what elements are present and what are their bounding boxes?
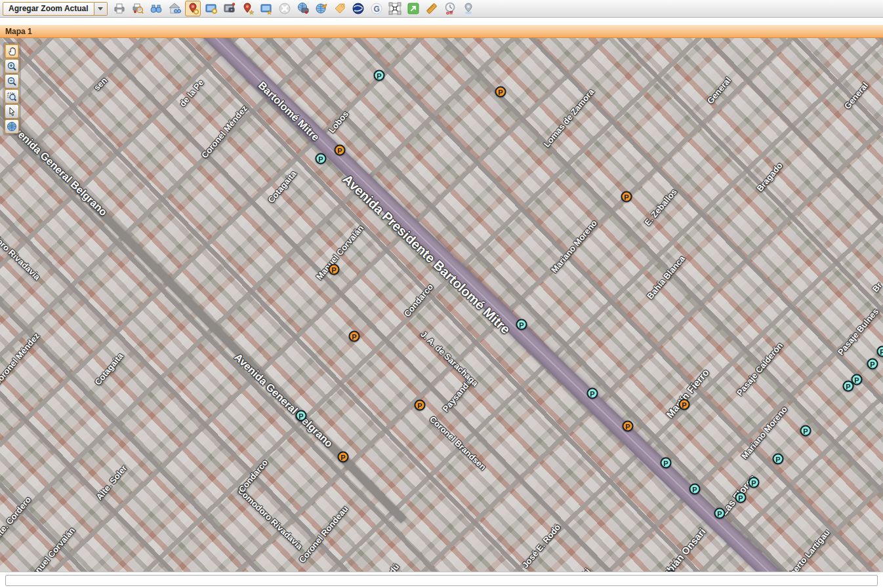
print-preview-button[interactable] <box>130 1 146 16</box>
street-label: Bahía Blanca <box>645 254 687 301</box>
full-extent-tool-button[interactable] <box>5 119 19 134</box>
parking-marker-teal[interactable]: P <box>587 388 598 399</box>
street-label: o Ascasubi <box>556 566 592 572</box>
street-label: Fabián Onsari <box>657 526 707 572</box>
world-icon <box>7 121 17 132</box>
street-label: Alte. Cordero <box>0 495 33 543</box>
globe-export-button[interactable] <box>314 1 329 16</box>
zoom-in-icon <box>7 61 17 71</box>
measure-ruler-button[interactable] <box>424 1 440 16</box>
parking-marker-teal[interactable]: P <box>843 381 854 392</box>
tag-icon <box>333 2 346 15</box>
zoom-preset-dropdown[interactable]: Agregar Zoom Actual <box>3 2 108 16</box>
parking-marker-orange[interactable]: P <box>621 191 632 203</box>
parking-marker-orange[interactable]: P <box>623 421 634 432</box>
street-label: José E. Rodó <box>520 522 562 570</box>
parking-marker-orange[interactable]: P <box>415 400 426 411</box>
map-canvas[interactable]: Bartolomé MitreAvenida Presidente Bartol… <box>0 38 883 572</box>
external-link-icon <box>407 2 420 15</box>
parking-marker-teal[interactable]: P <box>296 410 307 421</box>
parking-marker-orange[interactable]: P <box>679 399 690 410</box>
parking-marker-teal[interactable]: P <box>773 454 784 465</box>
street-label: Martín Fierro <box>664 366 711 420</box>
parking-marker-orange[interactable]: P <box>338 452 349 463</box>
toolbar-buttons: ★★Goff <box>112 1 479 16</box>
parking-marker-orange[interactable]: P <box>329 264 340 275</box>
print-globe-disabled-button[interactable] <box>295 1 311 16</box>
pin-gray-icon <box>462 2 475 15</box>
search-binoculars-button[interactable] <box>148 1 164 16</box>
parking-marker-teal[interactable]: P <box>714 508 726 519</box>
avenue-mitre-road <box>195 38 867 572</box>
street-label: sen <box>92 75 109 92</box>
hand-icon <box>7 46 17 56</box>
view-star-button[interactable]: ★ <box>258 1 274 16</box>
globe-export-icon <box>315 2 328 15</box>
street-label: Manuel Corvalán <box>314 223 365 281</box>
pan-tool-button[interactable] <box>5 44 19 58</box>
zoom-out-tool-button[interactable] <box>5 74 19 88</box>
view-star-icon: ★ <box>260 2 273 15</box>
parking-marker-teal[interactable]: P <box>877 346 883 357</box>
parking-marker-teal[interactable]: P <box>374 70 385 81</box>
timer-off-button[interactable]: off <box>442 1 458 16</box>
zoom-rect-icon <box>7 91 17 102</box>
select-tool-button[interactable] <box>5 104 19 119</box>
placemark-star-icon: ★ <box>241 2 255 15</box>
add-view-button[interactable] <box>203 1 219 16</box>
parking-marker-teal[interactable]: P <box>749 477 760 488</box>
parking-marker-orange[interactable]: P <box>335 145 346 156</box>
svg-text:★: ★ <box>249 9 254 16</box>
street-label: Coronel Méndez <box>0 331 41 388</box>
street-label: Coronel Rondeau <box>297 504 350 565</box>
search-address-button[interactable] <box>167 1 182 16</box>
street-label: Cotagaita <box>266 168 298 205</box>
binoculars-icon <box>150 2 163 15</box>
street-label: General <box>842 81 871 111</box>
chevron-down-icon[interactable] <box>94 2 108 16</box>
google-earth-button[interactable] <box>350 1 366 16</box>
placemark-star-button[interactable]: ★ <box>240 1 256 16</box>
street-label: Mariano Moreno <box>549 218 599 275</box>
street-label: Condarco <box>402 282 435 319</box>
parking-marker-teal[interactable]: P <box>316 153 327 165</box>
tag-button[interactable] <box>332 1 348 16</box>
street-label: Lobos <box>327 109 351 135</box>
street-label: Alberto Lartigau <box>782 528 832 572</box>
parking-marker-teal[interactable]: P <box>666 570 677 572</box>
map-tab-bar: Mapa 1 <box>0 25 883 38</box>
locate-pin-button[interactable] <box>461 1 476 16</box>
print-button[interactable] <box>112 1 127 16</box>
parking-marker-orange[interactable]: P <box>495 87 506 98</box>
close-disabled-icon <box>278 2 291 15</box>
add-view-icon <box>205 2 218 15</box>
parking-marker-teal[interactable]: P <box>800 425 811 437</box>
print-preview-icon <box>131 2 144 15</box>
street-label: Manuel Corvalán <box>26 525 77 572</box>
parking-marker-teal[interactable]: P <box>516 319 527 330</box>
bottom-input[interactable] <box>5 575 878 586</box>
bottom-bar <box>0 572 883 588</box>
zoom-window-tool-button[interactable] <box>5 89 19 104</box>
street-label: Lomas de Zamora <box>541 87 596 149</box>
svg-text:★: ★ <box>266 9 272 15</box>
external-link-button[interactable] <box>405 1 421 16</box>
parking-marker-teal[interactable]: P <box>661 458 672 469</box>
zoom-out-icon <box>7 76 17 87</box>
no-image-frame-button[interactable] <box>387 1 403 16</box>
parking-marker-teal[interactable]: P <box>735 492 747 503</box>
zoom-in-tool-button[interactable] <box>5 59 19 73</box>
google-maps-button[interactable]: G <box>369 1 384 16</box>
street-label: E. Zeballos <box>642 187 679 227</box>
add-placemark-icon <box>186 2 199 15</box>
close-button[interactable] <box>277 1 293 16</box>
svg-text:G: G <box>373 5 379 14</box>
main-toolbar: Agregar Zoom Actual ★★Goff <box>0 0 883 18</box>
add-placemark-button[interactable] <box>185 1 201 16</box>
parking-marker-teal[interactable]: P <box>689 484 701 495</box>
parking-marker-teal[interactable]: P <box>867 359 878 370</box>
map-tab-title: Mapa 1 <box>5 27 32 36</box>
parking-marker-orange[interactable]: P <box>349 331 360 342</box>
snapshot-view-button[interactable] <box>222 1 237 16</box>
street-label: Mariano Moreno <box>739 404 789 461</box>
